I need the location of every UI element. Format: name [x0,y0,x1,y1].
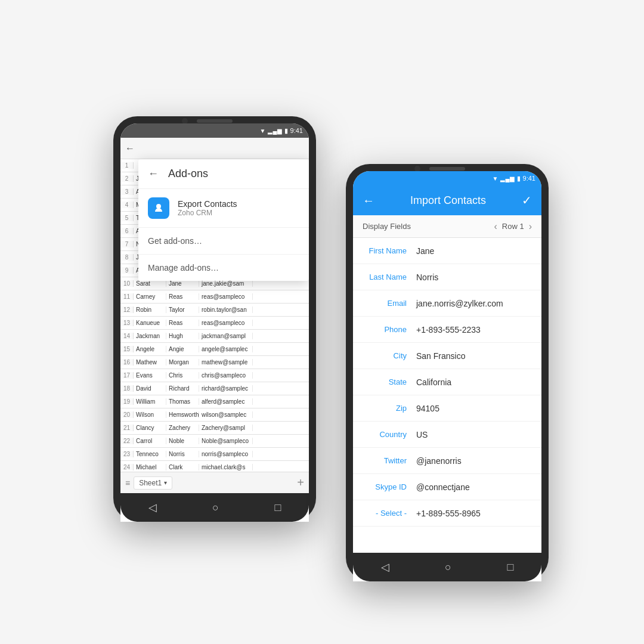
field-row[interactable]: Last Name Norris [353,264,541,290]
cell-lastname[interactable]: Sarat [134,280,166,287]
row-num: 10 [120,280,134,287]
table-row: 22 Carrol Noble Noble@sampleco [120,435,309,448]
cell-firstname[interactable]: Hugh [166,333,199,339]
scene: ▼ ▂▄▆ ▮ 9:41 ← 1 2 Jane [83,69,561,575]
cell-firstname[interactable]: Hemsworth [166,411,199,418]
table-row: 21 Clancy Zachery Zachery@sampl [120,422,309,435]
field-row[interactable]: Zip 94105 [353,395,541,422]
cell-firstname[interactable]: Reas [166,320,199,326]
row-num: 23 [120,451,134,457]
get-addons-item[interactable]: Get add-ons… [138,228,309,255]
nav-back-phone1[interactable]: ◁ [148,501,157,514]
import-back-icon[interactable]: ← [363,194,374,208]
cell-lastname[interactable]: Carrol [134,438,166,444]
field-label: City [363,351,416,360]
cell-email[interactable]: wilson@samplec [199,411,253,418]
cell-lastname[interactable]: Tenneco [134,451,166,457]
manage-addons-item[interactable]: Manage add-ons… [138,255,309,281]
back-button-phone1[interactable]: ← [125,143,135,154]
field-row[interactable]: City San Fransico [353,343,541,369]
cell-firstname[interactable]: Noble [166,438,199,444]
nav-home-phone2[interactable]: ○ [445,561,451,574]
cell-firstname[interactable]: Taylor [166,306,199,313]
cell-lastname[interactable]: Jackman [134,333,166,339]
svg-point-0 [156,204,161,209]
field-row[interactable]: First Name Jane [353,238,541,264]
cell-email[interactable]: richard@samplec [199,385,253,392]
cell-firstname[interactable]: Norris [166,451,199,457]
cell-email[interactable]: reas@sampleco [199,293,253,300]
cell-lastname[interactable]: Robin [134,306,166,313]
cell-email[interactable]: norris@sampleco [199,451,253,457]
cell-lastname[interactable]: Mathew [134,359,166,366]
cell-email[interactable]: Zachery@sampl [199,425,253,431]
cell-lastname[interactable]: Michael [134,464,166,470]
field-row[interactable]: Twitter @janenorris [353,448,541,474]
field-row[interactable]: - Select - +1-889-555-8965 [353,500,541,527]
row-num: 20 [120,411,134,418]
field-row[interactable]: Country US [353,422,541,448]
row-nav-left-icon[interactable]: ‹ [494,221,497,232]
cell-firstname[interactable]: Angie [166,346,199,352]
nav-back-phone2[interactable]: ◁ [381,561,389,574]
cell-lastname[interactable]: Clancy [134,425,166,431]
cell-email[interactable]: mathew@sample [199,359,253,366]
addon-name: Export Contacts [178,199,237,209]
field-value: California [416,377,532,387]
nav-home-phone1[interactable]: ○ [212,501,219,514]
cell-lastname[interactable]: Angele [134,346,166,352]
field-row[interactable]: State California [353,369,541,395]
cell-email[interactable]: jackman@sampl [199,333,253,339]
addon-sub: Zoho CRM [178,209,237,217]
cell-email[interactable]: jane.jakie@sam [199,280,253,287]
export-contacts-item[interactable]: Export Contacts Zoho CRM [138,189,309,228]
field-row[interactable]: Phone +1-893-555-2233 [353,317,541,343]
menu-icon[interactable]: ≡ [125,478,130,488]
addons-overlay: ← Add-ons Export Contacts Zoho CRM [138,159,309,281]
cell-firstname[interactable]: Chris [166,372,199,379]
field-value: San Fransico [416,351,532,361]
row-nav-right-icon[interactable]: › [529,221,532,232]
cell-lastname[interactable]: David [134,385,166,392]
phone1-screen: ▼ ▂▄▆ ▮ 9:41 ← 1 2 Jane [120,123,309,522]
status-bar-phone1: ▼ ▂▄▆ ▮ 9:41 [120,123,309,138]
add-sheet-button[interactable]: + [297,476,304,490]
field-label: Phone [363,325,416,334]
table-row: 23 Tenneco Norris norris@sampleco [120,448,309,461]
cell-lastname[interactable]: Evans [134,372,166,379]
import-check-icon[interactable]: ✓ [522,193,532,208]
nav-recent-phone2[interactable]: □ [507,561,513,574]
speaker-phone2 [429,167,465,171]
cell-firstname[interactable]: Clark [166,464,199,470]
cell-firstname[interactable]: Jane [166,280,199,287]
cell-firstname[interactable]: Richard [166,385,199,392]
cell-lastname[interactable]: William [134,398,166,405]
sheet-tab-1[interactable]: Sheet1 ▾ [134,476,172,490]
field-row[interactable]: Skype ID @connectjane [353,474,541,500]
cell-email[interactable]: robin.taylor@san [199,306,253,313]
cell-lastname[interactable]: Wilson [134,411,166,418]
addons-header: ← Add-ons [138,159,309,189]
cell-firstname[interactable]: Thomas [166,398,199,405]
cell-email[interactable]: chris@sampleco [199,372,253,379]
cell-email[interactable]: reas@sampleco [199,320,253,326]
sheet-tabs: ≡ Sheet1 ▾ + [120,472,309,493]
row-nav-label: Row 1 [502,222,524,231]
addons-back-icon[interactable]: ← [148,168,159,180]
row-num: 18 [120,385,134,392]
cell-lastname[interactable]: Kanueue [134,320,166,326]
phone-import: ▼ ▂▄▆ ▮ 9:41 ← Import Contacts ✓ Display… [346,164,549,581]
nav-recent-phone1[interactable]: □ [274,501,281,514]
table-row: 18 David Richard richard@samplec [120,382,309,395]
field-row[interactable]: Email jane.norris@zylker.com [353,290,541,317]
cell-email[interactable]: alferd@samplec [199,398,253,405]
field-label: First Name [363,246,416,255]
cell-email[interactable]: angele@samplec [199,346,253,352]
cell-lastname[interactable]: Carney [134,293,166,300]
row-num: 19 [120,398,134,405]
cell-email[interactable]: Noble@sampleco [199,438,253,444]
cell-firstname[interactable]: Morgan [166,359,199,366]
cell-email[interactable]: michael.clark@s [199,464,253,470]
cell-firstname[interactable]: Reas [166,293,199,300]
cell-firstname[interactable]: Zachery [166,425,199,431]
